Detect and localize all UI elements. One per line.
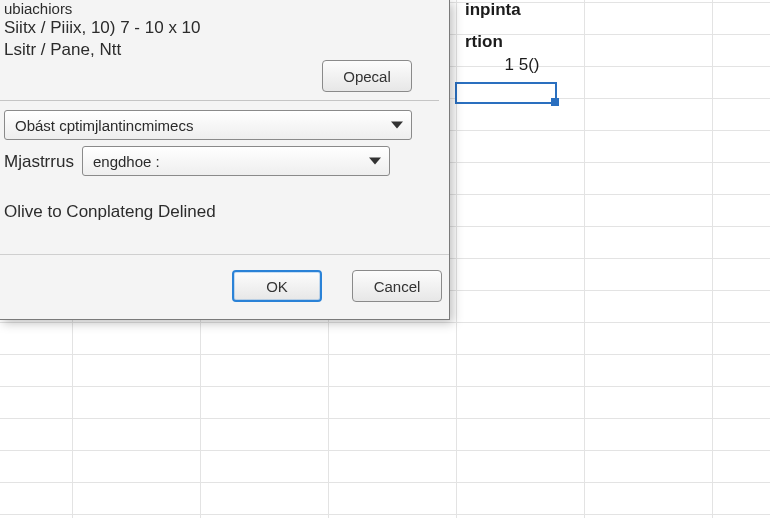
combo2-label: Mjastrrus xyxy=(4,152,74,172)
opecal-button[interactable]: Opecal xyxy=(322,60,412,92)
chevron-down-icon xyxy=(369,158,381,165)
column-header-2: rtion xyxy=(465,32,503,52)
footer-text: Olive to Conplateng Delined xyxy=(4,202,216,222)
ok-button-label: OK xyxy=(266,278,288,295)
footer-separator xyxy=(0,254,449,255)
opecal-button-label: Opecal xyxy=(343,68,391,85)
chevron-down-icon xyxy=(391,122,403,129)
combo-mjastrrus[interactable]: engdhoe : xyxy=(82,146,390,176)
section-label: ubiachiors xyxy=(4,0,72,17)
combo-mjastrrus-value: engdhoe : xyxy=(93,153,160,170)
combo-optim[interactable]: Obást cptimjlantincmimecs xyxy=(4,110,412,140)
combo-optim-value: Obást cptimjlantincmimecs xyxy=(15,117,193,134)
column-header-1: inpinta xyxy=(465,0,521,20)
cell-selection[interactable] xyxy=(455,82,557,104)
dialog-line-1: Siitx / Piiix, 10) 7 - 10 x 10 xyxy=(4,18,201,38)
cell-value[interactable]: 1 5() xyxy=(492,55,552,75)
cancel-button-label: Cancel xyxy=(374,278,421,295)
ok-button[interactable]: OK xyxy=(232,270,322,302)
dialog: ubiachiors Siitx / Piiix, 10) 7 - 10 x 1… xyxy=(0,0,450,320)
divider xyxy=(0,100,439,101)
dialog-line-2: Lsitr / Pane, Ntt xyxy=(4,40,121,60)
cancel-button[interactable]: Cancel xyxy=(352,270,442,302)
